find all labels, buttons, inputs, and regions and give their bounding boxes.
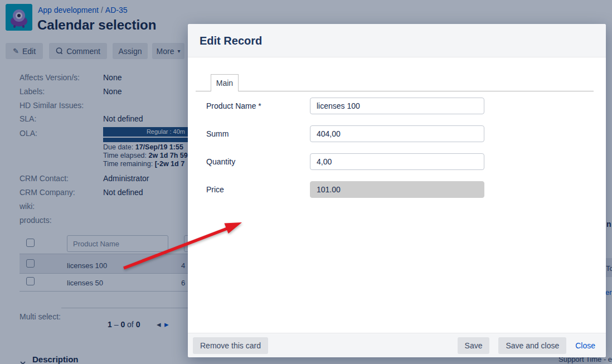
quantity-field[interactable]	[310, 153, 484, 170]
summ-field[interactable]	[310, 125, 484, 142]
product-name-field[interactable]	[310, 98, 484, 114]
dialog-footer: Remove this card Save Save and close Clo…	[188, 333, 606, 357]
quantity-field-label: Quantity	[206, 157, 235, 166]
price-field	[310, 181, 484, 198]
tab-main[interactable]: Main	[211, 74, 239, 91]
dialog-title: Edit Record	[200, 35, 262, 47]
product-name-field-label: Product Name *	[206, 101, 261, 110]
save-button[interactable]: Save	[458, 337, 490, 354]
edit-record-dialog: Edit Record Main Product Name * Summ Qua…	[188, 24, 606, 357]
close-link[interactable]: Close	[575, 341, 595, 350]
remove-card-button[interactable]: Remove this card	[193, 337, 268, 354]
tab-bar-divider	[196, 91, 594, 91]
dialog-header: Edit Record	[188, 24, 606, 57]
price-field-label: Price	[206, 185, 224, 194]
save-and-close-button[interactable]: Save and close	[498, 337, 566, 354]
summ-field-label: Summ	[206, 129, 229, 138]
footer-action-group: Save Save and close Close	[458, 337, 595, 354]
